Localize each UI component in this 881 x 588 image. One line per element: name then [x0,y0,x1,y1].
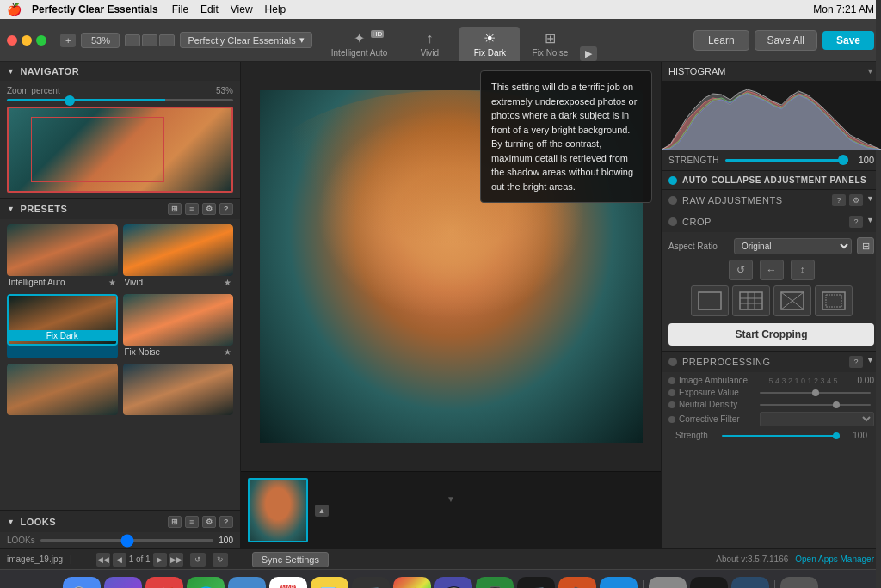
preset-star-icon[interactable]: ★ [224,278,231,287]
menu-help[interactable]: Help [265,3,286,15]
navigator-header[interactable]: ▼ NAVIGATOR [0,62,240,81]
start-cropping-button[interactable]: Start Cropping [668,323,874,346]
preset-intelligent-auto[interactable]: Intelligent Auto ★ [7,224,118,289]
tab-intelligent-auto[interactable]: ✦ HD Intelligent Auto [319,27,400,61]
aspect-ratio-select[interactable]: Original 1:1 4:3 16:9 [734,238,852,254]
preset-star-icon[interactable]: ★ [224,347,231,357]
menu-edit[interactable]: Edit [200,3,219,15]
preprocessing-header[interactable]: PREPROCESSING ? ▼ [662,352,881,372]
dock-appstore[interactable]: 🛍 [600,577,638,589]
dock-music[interactable]: 🎵 [517,577,555,589]
presets-header[interactable]: ▼ PRESETS ⊞ ≡ ⚙ ? [0,199,240,219]
preproc-exposure-slider[interactable] [760,392,871,394]
zoom-slider[interactable] [7,99,233,101]
dock-finder[interactable]: 🔍 [63,577,101,589]
minimize-button[interactable] [22,35,32,46]
flip-h-icon[interactable]: ↔ [760,260,784,280]
tab-fix-noise[interactable]: ⊞ Fix Noise [520,27,580,61]
preset-extra-1[interactable] [7,364,118,419]
dock-safari[interactable]: 🌐 [187,577,225,589]
dock-sysprefs[interactable]: ⚙ [649,577,687,589]
presets-list-view-icon[interactable]: ≡ [185,203,199,215]
rotate-left-button[interactable]: ↺ [190,553,206,567]
rotate-ccw-icon[interactable]: ↺ [729,260,753,280]
preset-fix-noise[interactable]: Fix Noise ★ [123,294,234,358]
crop-header[interactable]: CROP ? ▼ [662,211,881,232]
add-button[interactable]: + [60,34,76,47]
dock-launchpad[interactable]: 🚀 [145,577,183,589]
preset-fix-dark[interactable]: Fix Dark [7,294,118,358]
dock-mail[interactable]: ✉ [228,577,266,589]
nav-last-button[interactable]: ▶▶ [169,553,183,567]
presets-settings-icon[interactable]: ⚙ [202,203,216,215]
preproc-help-icon[interactable]: ? [849,356,863,368]
dock-camera-app[interactable]: 📷 [690,577,728,589]
strength-slider[interactable] [725,159,848,162]
view-single-icon[interactable] [125,34,140,46]
image-canvas[interactable]: This setting will do a terrific job on e… [241,62,661,471]
dock-photos[interactable]: 🎵 [352,577,390,589]
looks-slider[interactable] [40,539,214,542]
crop-grid-3[interactable] [773,285,811,316]
dock-messages[interactable]: 💬 [434,577,472,589]
looks-settings-icon[interactable]: ⚙ [202,516,216,528]
preproc-neutral-slider[interactable] [760,404,871,406]
tab-fix-dark[interactable]: ☀ Fix Dark [459,27,520,61]
nav-prev-button[interactable]: ◀ [113,553,126,567]
presets-section: ▼ PRESETS ⊞ ≡ ⚙ ? Int [0,199,240,511]
navigator-preview [7,107,233,193]
looks-list-icon[interactable]: ≡ [185,516,199,528]
dock-books[interactable]: 📚 [558,577,596,589]
dock-siri[interactable]: 🎙 [104,577,142,589]
tab-vivid[interactable]: ↑ Vivid [399,28,459,61]
dock-trash[interactable]: 🗑 [780,577,818,589]
preset-dropdown[interactable]: Perfectly Clear Essentials ▾ [180,32,311,48]
tabs-scroll-right[interactable]: ▶ [580,46,597,61]
crop-grid-2[interactable] [732,285,770,316]
filename-display: images_19.jpg [7,554,63,564]
view-compare-icon[interactable] [142,34,157,46]
dock-facetime[interactable]: 📱 [476,577,514,589]
preproc-strength-slider[interactable] [722,435,840,437]
view-grid-icon[interactable] [159,34,175,46]
looks-help-icon[interactable]: ? [219,516,233,528]
menu-file[interactable]: File [172,3,188,15]
dock-unknown[interactable]: 📷 [731,577,769,589]
nav-next-button[interactable]: ▶ [153,553,167,567]
open-apps-button[interactable]: Open Apps Manager [795,554,874,564]
looks-header[interactable]: ▼ LOOKS ⊞ ≡ ⚙ ? [0,511,240,532]
auto-collapse-row[interactable]: AUTO COLLAPSE ADJUSTMENT PANELS [662,170,881,189]
crop-reset-icon[interactable]: ⊞ [857,237,874,254]
preproc-corrective-select[interactable] [760,412,874,426]
crop-grid-4[interactable] [815,285,853,316]
learn-button[interactable]: Learn [693,30,749,51]
rotate-right-button[interactable]: ↻ [213,553,228,567]
sync-settings-button[interactable]: Sync Settings [252,552,329,567]
dock-calendar[interactable]: MAR 19 [269,577,307,589]
looks-grid-icon[interactable]: ⊞ [168,516,182,528]
dock-notes[interactable]: 📝 [311,577,348,589]
save-all-button[interactable]: Save All [755,30,817,51]
menu-view[interactable]: View [231,3,253,15]
presets-help-icon[interactable]: ? [219,203,233,215]
preset-vivid[interactable]: Vivid ★ [123,224,234,289]
preset-star-icon[interactable]: ★ [108,278,116,287]
close-button[interactable] [7,35,17,46]
raw-adjustments-header[interactable]: RAW ADJUSTMENTS ? ⚙ ▼ [662,190,881,211]
crop-grid-1[interactable] [691,285,729,316]
preset-extra-2[interactable] [123,364,234,419]
filmstrip-item[interactable] [248,478,308,542]
navigator-section: ▼ NAVIGATOR Zoom percent 53% [0,62,240,199]
dock-photos-app[interactable]: 📸 [393,577,431,589]
apple-menu-icon[interactable]: 🍎 [7,3,22,16]
flip-v-icon[interactable]: ↕ [791,260,815,280]
nav-first-button[interactable]: ◀◀ [96,553,110,567]
crop-help-icon[interactable]: ? [849,216,863,228]
fullscreen-button[interactable] [36,35,46,46]
raw-help-icon[interactable]: ? [832,194,846,206]
app-name: Perfectly Clear Essentials [32,3,158,15]
save-button[interactable]: Save [822,31,874,50]
raw-settings-icon[interactable]: ⚙ [849,194,863,206]
filmstrip-nav-up[interactable]: ▲ [315,505,329,517]
presets-grid-view-icon[interactable]: ⊞ [168,203,182,215]
